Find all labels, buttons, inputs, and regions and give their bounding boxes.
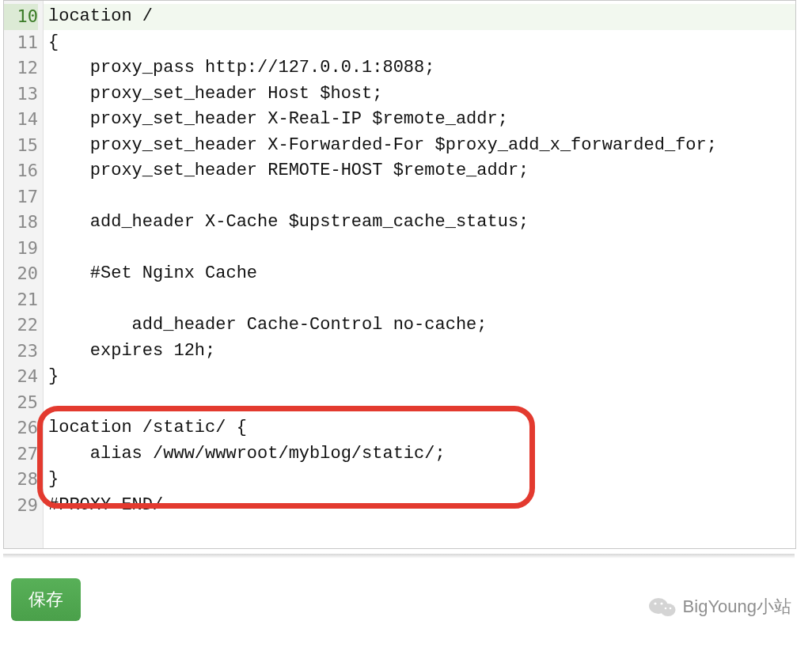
line-number: 26 [4,415,38,441]
line-number: 28 [4,467,38,493]
line-number: 25 [4,390,38,416]
code-line[interactable]: #PROXY-END/ [44,493,795,519]
line-number: 12 [4,55,38,81]
code-line[interactable]: { [44,30,795,56]
code-line[interactable]: location / [44,4,795,30]
code-line[interactable] [44,390,795,416]
code-line[interactable]: proxy_pass http://127.0.0.1:8088; [44,55,795,81]
line-number: 16 [4,158,38,184]
line-number: 10 [4,4,38,30]
footer-bar: 保存 BigYoung小站 [0,577,812,622]
code-content[interactable]: location /{ proxy_pass http://127.0.0.1:… [44,1,795,548]
code-line[interactable]: alias /www/wwwroot/myblog/static/; [44,441,795,468]
line-number: 17 [4,184,38,210]
code-line[interactable]: add_header X-Cache $upstream_cache_statu… [44,210,795,236]
code-line[interactable]: proxy_set_header Host $host; [44,81,795,108]
line-number: 29 [4,493,38,519]
wechat-icon [648,596,677,618]
watermark: BigYoung小站 [648,595,791,619]
line-number: 13 [4,81,38,108]
line-number: 21 [4,287,38,313]
line-number: 18 [4,210,38,236]
line-number: 24 [4,364,38,390]
line-number-gutter: 1011121314151617181920212223242526272829 [4,1,44,548]
code-line[interactable] [44,184,795,210]
code-line[interactable]: expires 12h; [44,339,795,365]
svg-point-2 [654,602,656,604]
line-number: 15 [4,133,38,159]
code-line[interactable]: proxy_set_header X-Real-IP $remote_addr; [44,107,795,133]
save-button[interactable]: 保存 [11,578,81,621]
code-line[interactable]: } [44,467,795,493]
svg-point-1 [660,604,675,616]
code-line[interactable]: add_header Cache-Control no-cache; [44,312,795,339]
watermark-text: BigYoung小站 [683,595,791,619]
code-editor[interactable]: 1011121314151617181920212223242526272829… [3,0,796,549]
line-number: 11 [4,30,38,56]
line-number: 19 [4,236,38,262]
svg-point-3 [660,602,662,604]
line-number: 22 [4,312,38,339]
code-line[interactable]: proxy_set_header REMOTE-HOST $remote_add… [44,158,795,184]
editor-bottom-shadow [3,554,795,558]
line-number: 23 [4,339,38,365]
line-number: 14 [4,107,38,133]
code-line[interactable] [44,287,795,313]
code-line[interactable]: } [44,364,795,390]
svg-point-5 [669,608,671,610]
svg-point-4 [664,608,666,610]
line-number: 27 [4,441,38,468]
code-line[interactable]: location /static/ { [44,415,795,441]
code-line[interactable] [44,236,795,262]
code-line[interactable]: proxy_set_header X-Forwarded-For $proxy_… [44,133,795,159]
code-line[interactable]: #Set Nginx Cache [44,261,795,287]
line-number: 20 [4,261,38,287]
